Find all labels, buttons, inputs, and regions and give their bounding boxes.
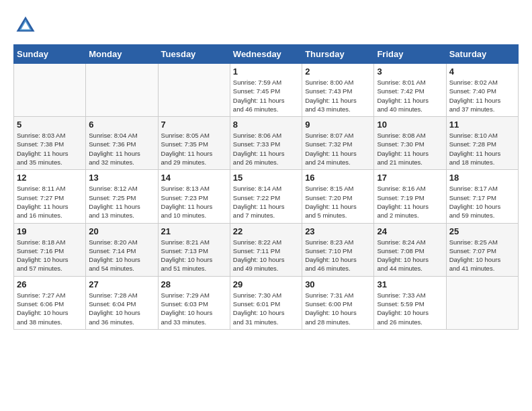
day-number: 22 [233,226,299,236]
day-number: 12 [17,173,83,183]
calendar-cell: 17Sunrise: 8:16 AM Sunset: 7:19 PM Dayli… [374,170,446,223]
day-info: Sunrise: 8:04 AM Sunset: 7:36 PM Dayligh… [89,131,154,167]
calendar-week-3: 12Sunrise: 8:11 AM Sunset: 7:27 PM Dayli… [14,170,519,223]
calendar-cell [158,64,230,117]
day-number: 6 [89,120,154,130]
day-number: 13 [89,173,154,183]
day-info: Sunrise: 8:20 AM Sunset: 7:14 PM Dayligh… [89,238,154,273]
day-info: Sunrise: 8:24 AM Sunset: 7:08 PM Dayligh… [377,238,443,273]
day-info: Sunrise: 8:22 AM Sunset: 7:11 PM Dayligh… [233,238,299,273]
day-number: 17 [377,173,443,183]
day-number: 1 [233,66,299,77]
day-info: Sunrise: 8:10 AM Sunset: 7:28 PM Dayligh… [449,131,515,167]
weekday-header-thursday: Thursday [302,45,374,64]
calendar-cell: 19Sunrise: 8:18 AM Sunset: 7:16 PM Dayli… [14,223,86,276]
day-info: Sunrise: 8:05 AM Sunset: 7:35 PM Dayligh… [161,131,227,167]
day-info: Sunrise: 7:30 AM Sunset: 6:01 PM Dayligh… [233,291,299,326]
day-number: 16 [305,173,371,183]
day-info: Sunrise: 8:23 AM Sunset: 7:10 PM Dayligh… [305,238,371,273]
calendar-header: SundayMondayTuesdayWednesdayThursdayFrid… [14,45,519,64]
calendar-cell: 31Sunrise: 7:33 AM Sunset: 5:59 PM Dayli… [374,276,446,329]
day-info: Sunrise: 8:17 AM Sunset: 7:17 PM Dayligh… [449,184,515,220]
day-info: Sunrise: 8:12 AM Sunset: 7:25 PM Dayligh… [89,184,154,220]
calendar-cell: 2Sunrise: 8:00 AM Sunset: 7:43 PM Daylig… [302,64,374,117]
day-number: 28 [161,279,227,289]
day-number: 23 [305,226,371,236]
calendar-cell: 16Sunrise: 8:15 AM Sunset: 7:20 PM Dayli… [302,170,374,223]
day-number: 10 [377,120,443,130]
day-number: 11 [449,120,515,130]
day-info: Sunrise: 8:13 AM Sunset: 7:23 PM Dayligh… [161,184,227,220]
day-info: Sunrise: 7:59 AM Sunset: 7:45 PM Dayligh… [233,78,299,113]
day-info: Sunrise: 8:21 AM Sunset: 7:13 PM Dayligh… [161,238,227,273]
day-number: 18 [449,173,515,183]
day-info: Sunrise: 8:00 AM Sunset: 7:43 PM Dayligh… [305,78,371,113]
calendar-cell: 9Sunrise: 8:07 AM Sunset: 7:32 PM Daylig… [302,117,374,170]
day-number: 29 [233,279,299,289]
day-number: 25 [449,226,515,236]
day-info: Sunrise: 8:25 AM Sunset: 7:07 PM Dayligh… [449,238,515,273]
day-number: 4 [449,66,515,77]
day-number: 7 [161,120,227,130]
calendar-week-4: 19Sunrise: 8:18 AM Sunset: 7:16 PM Dayli… [14,223,519,276]
day-number: 15 [233,173,299,183]
day-number: 2 [305,66,371,77]
day-number: 19 [17,226,83,236]
weekday-header-tuesday: Tuesday [158,45,230,64]
calendar-cell: 23Sunrise: 8:23 AM Sunset: 7:10 PM Dayli… [302,223,374,276]
calendar-cell: 29Sunrise: 7:30 AM Sunset: 6:01 PM Dayli… [230,276,302,329]
day-info: Sunrise: 7:33 AM Sunset: 5:59 PM Dayligh… [377,291,443,326]
calendar-cell: 28Sunrise: 7:29 AM Sunset: 6:03 PM Dayli… [158,276,230,329]
day-number: 3 [377,66,443,77]
day-info: Sunrise: 8:06 AM Sunset: 7:33 PM Dayligh… [233,131,299,167]
calendar-cell: 20Sunrise: 8:20 AM Sunset: 7:14 PM Dayli… [86,223,158,276]
calendar-cell: 11Sunrise: 8:10 AM Sunset: 7:28 PM Dayli… [446,117,518,170]
day-number: 9 [305,120,371,130]
calendar-cell: 12Sunrise: 8:11 AM Sunset: 7:27 PM Dayli… [14,170,86,223]
logo-icon [13,13,38,38]
day-number: 26 [17,279,83,289]
weekday-header-saturday: Saturday [446,45,518,64]
day-info: Sunrise: 8:02 AM Sunset: 7:40 PM Dayligh… [449,78,515,113]
day-info: Sunrise: 8:03 AM Sunset: 7:38 PM Dayligh… [17,131,83,167]
day-info: Sunrise: 8:01 AM Sunset: 7:42 PM Dayligh… [377,78,443,113]
day-number: 30 [305,279,371,289]
weekday-header-friday: Friday [374,45,446,64]
calendar-cell [86,64,158,117]
day-info: Sunrise: 8:15 AM Sunset: 7:20 PM Dayligh… [305,184,371,220]
day-info: Sunrise: 8:11 AM Sunset: 7:27 PM Dayligh… [17,184,83,220]
calendar-cell: 13Sunrise: 8:12 AM Sunset: 7:25 PM Dayli… [86,170,158,223]
day-number: 31 [377,279,443,289]
day-number: 27 [89,279,154,289]
calendar-cell: 1Sunrise: 7:59 AM Sunset: 7:45 PM Daylig… [230,64,302,117]
calendar-cell: 4Sunrise: 8:02 AM Sunset: 7:40 PM Daylig… [446,64,518,117]
calendar-cell: 14Sunrise: 8:13 AM Sunset: 7:23 PM Dayli… [158,170,230,223]
calendar-cell: 15Sunrise: 8:14 AM Sunset: 7:22 PM Dayli… [230,170,302,223]
calendar-cell: 18Sunrise: 8:17 AM Sunset: 7:17 PM Dayli… [446,170,518,223]
calendar-cell [14,64,86,117]
calendar-table: SundayMondayTuesdayWednesdayThursdayFrid… [13,44,519,330]
calendar-cell: 6Sunrise: 8:04 AM Sunset: 7:36 PM Daylig… [86,117,158,170]
calendar-cell: 25Sunrise: 8:25 AM Sunset: 7:07 PM Dayli… [446,223,518,276]
calendar-week-5: 26Sunrise: 7:27 AM Sunset: 6:06 PM Dayli… [14,276,519,329]
day-number: 5 [17,120,83,130]
page-header [13,13,519,38]
calendar-cell: 21Sunrise: 8:21 AM Sunset: 7:13 PM Dayli… [158,223,230,276]
logo [13,13,40,38]
weekday-header-monday: Monday [86,45,158,64]
day-number: 21 [161,226,227,236]
calendar-cell: 30Sunrise: 7:31 AM Sunset: 6:00 PM Dayli… [302,276,374,329]
day-info: Sunrise: 7:27 AM Sunset: 6:06 PM Dayligh… [17,291,83,326]
calendar-cell: 3Sunrise: 8:01 AM Sunset: 7:42 PM Daylig… [374,64,446,117]
day-info: Sunrise: 8:08 AM Sunset: 7:30 PM Dayligh… [377,131,443,167]
day-info: Sunrise: 8:18 AM Sunset: 7:16 PM Dayligh… [17,238,83,273]
calendar-cell: 24Sunrise: 8:24 AM Sunset: 7:08 PM Dayli… [374,223,446,276]
weekday-header-wednesday: Wednesday [230,45,302,64]
day-info: Sunrise: 8:07 AM Sunset: 7:32 PM Dayligh… [305,131,371,167]
calendar-cell: 22Sunrise: 8:22 AM Sunset: 7:11 PM Dayli… [230,223,302,276]
day-number: 20 [89,226,154,236]
calendar-cell: 5Sunrise: 8:03 AM Sunset: 7:38 PM Daylig… [14,117,86,170]
calendar-cell: 26Sunrise: 7:27 AM Sunset: 6:06 PM Dayli… [14,276,86,329]
calendar-cell: 7Sunrise: 8:05 AM Sunset: 7:35 PM Daylig… [158,117,230,170]
day-number: 8 [233,120,299,130]
